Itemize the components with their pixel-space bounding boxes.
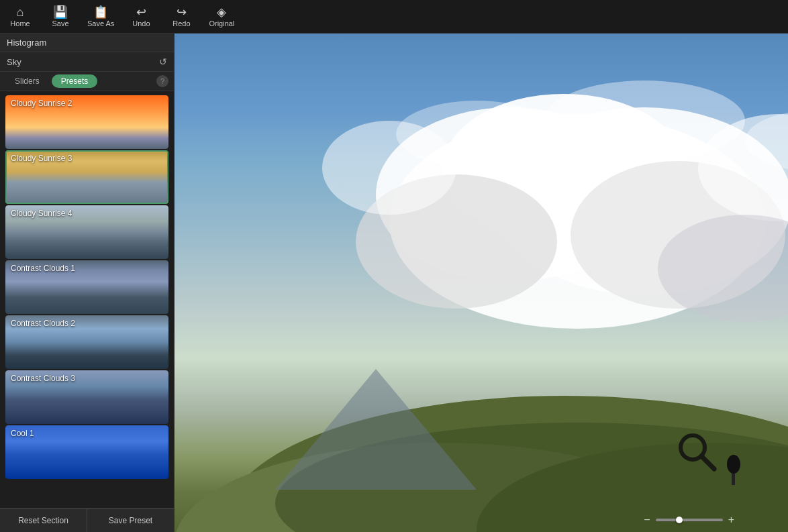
redo-icon: ↪ <box>177 6 187 18</box>
svg-point-17 <box>727 455 740 474</box>
magnifier-icon <box>674 429 721 476</box>
help-icon[interactable]: ? <box>156 75 168 87</box>
preset-label-cloudy-sunrise-3: Cloudy Sunrise 3 <box>11 154 72 163</box>
svg-point-7 <box>322 121 456 215</box>
svg-rect-16 <box>732 468 735 485</box>
preset-label-cool-1: Cool 1 <box>11 429 34 438</box>
left-panel: Histogram Sky ↺ Sliders Presets ? Cloudy… <box>0 34 175 532</box>
original-icon: ◈ <box>217 6 226 18</box>
save-as-icon: 📋 <box>93 6 108 18</box>
refresh-icon[interactable]: ↺ <box>159 56 167 67</box>
histogram-label: Histogram <box>7 38 46 48</box>
svg-line-21 <box>701 456 714 469</box>
preset-item-cloudy-sunrise-3[interactable]: Cloudy Sunrise 3 <box>5 150 168 204</box>
undo-icon: ↩ <box>136 6 146 18</box>
preset-overlay-cloudy-sunrise-3 <box>5 150 168 204</box>
magnifier-overlay[interactable] <box>674 429 721 478</box>
preset-label-contrast-clouds-1: Contrast Clouds 1 <box>11 264 75 273</box>
svg-marker-18 <box>275 369 477 490</box>
redo-label: Redo <box>173 19 190 28</box>
save-preset-button[interactable]: Save Preset <box>87 509 174 532</box>
preset-label-cloudy-sunrise-4: Cloudy Sunrise 4 <box>11 209 72 218</box>
toolbar-item-save-as[interactable]: 📋 Save As <box>87 6 114 28</box>
tab-sliders[interactable]: Sliders <box>5 74 49 88</box>
svg-point-9 <box>544 81 745 161</box>
svg-point-11 <box>745 111 788 171</box>
toolbar-item-save[interactable]: 💾 Save <box>47 6 74 28</box>
preset-label-contrast-clouds-3: Contrast Clouds 3 <box>11 374 75 383</box>
zoom-out-button[interactable]: − <box>644 515 650 525</box>
home-icon: ⌂ <box>17 6 24 18</box>
reset-section-button[interactable]: Reset Section <box>0 509 87 532</box>
preset-thumbnail-cloudy-sunrise-3 <box>5 150 168 204</box>
image-area: − + <box>175 34 788 532</box>
toolbar-item-original[interactable]: ◈ Original <box>208 6 235 28</box>
zoom-in-button[interactable]: + <box>728 515 734 525</box>
preset-item-cool-1[interactable]: Cool 1 <box>5 425 168 479</box>
svg-point-0 <box>389 114 765 329</box>
save-as-label: Save As <box>87 19 114 28</box>
svg-point-4 <box>356 174 557 309</box>
preset-item-contrast-clouds-1[interactable]: Contrast Clouds 1 <box>5 260 168 314</box>
histogram-bar: Histogram <box>0 34 174 52</box>
tabs-row: Sliders Presets ? <box>0 72 174 91</box>
original-label: Original <box>209 19 234 28</box>
svg-point-6 <box>698 114 788 221</box>
svg-point-10 <box>396 101 557 168</box>
sky-header: Sky ↺ <box>0 52 174 72</box>
save-icon: 💾 <box>53 6 68 18</box>
main-layout: Histogram Sky ↺ Sliders Presets ? Cloudy… <box>0 34 788 532</box>
zoom-slider-thumb[interactable] <box>676 517 683 523</box>
undo-label: Undo <box>132 19 150 28</box>
svg-point-8 <box>658 215 788 322</box>
preset-item-contrast-clouds-3[interactable]: Contrast Clouds 3 <box>5 370 168 424</box>
svg-point-1 <box>376 107 644 282</box>
svg-point-13 <box>175 443 711 532</box>
preset-label-cloudy-sunrise-2: Cloudy Sunrise 2 <box>11 99 72 108</box>
svg-point-5 <box>571 161 785 309</box>
svg-point-3 <box>443 94 685 242</box>
toolbar-item-undo[interactable]: ↩ Undo <box>128 6 154 28</box>
toolbar-item-home[interactable]: ⌂ Home <box>7 6 34 28</box>
preset-item-contrast-clouds-2[interactable]: Contrast Clouds 2 <box>5 315 168 369</box>
preset-item-cloudy-sunrise-2[interactable]: Cloudy Sunrise 2 <box>5 95 168 149</box>
preset-label-contrast-clouds-2: Contrast Clouds 2 <box>11 319 75 328</box>
tab-presets[interactable]: Presets <box>52 74 98 88</box>
sky-label: Sky <box>7 57 21 67</box>
zoom-controls: − + <box>644 515 734 525</box>
sky-scene: − + <box>175 34 788 532</box>
home-label: Home <box>10 19 30 28</box>
bottom-buttons: Reset Section Save Preset <box>0 508 174 532</box>
save-label: Save <box>52 19 68 28</box>
toolbar: ⌂ Home 💾 Save 📋 Save As ↩ Undo ↪ Redo ◈ … <box>0 0 788 34</box>
toolbar-item-redo[interactable]: ↪ Redo <box>168 6 195 28</box>
svg-point-2 <box>497 107 788 295</box>
preset-item-cloudy-sunrise-4[interactable]: Cloudy Sunrise 4 <box>5 205 168 259</box>
svg-point-14 <box>477 443 788 532</box>
zoom-slider[interactable] <box>656 519 723 521</box>
presets-list[interactable]: Cloudy Sunrise 2 Cloudy Sunrise 3 Cloudy… <box>0 91 174 508</box>
